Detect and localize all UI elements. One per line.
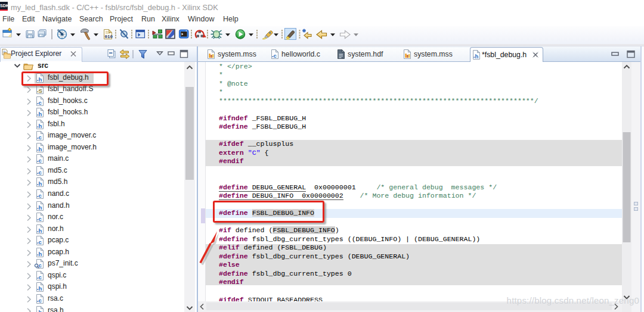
svg-text:010: 010 bbox=[105, 35, 113, 39]
